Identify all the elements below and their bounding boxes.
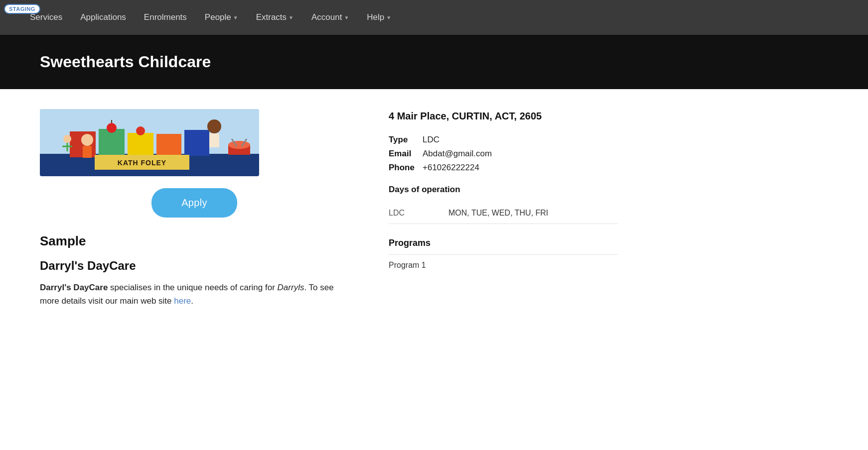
email-value: Abdat@gmail.com	[423, 149, 492, 159]
email-label: Email	[389, 149, 419, 159]
svg-rect-8	[156, 134, 181, 156]
left-column: KATH FOLEY Apply Sample Darryl's DayCare…	[40, 109, 349, 308]
days-type-cell: LDC	[389, 203, 448, 224]
program-item: Program 1	[389, 254, 618, 276]
chevron-down-icon: ▼	[289, 15, 293, 20]
svg-point-14	[228, 141, 250, 149]
email-row: Email Abdat@gmail.com	[389, 149, 618, 159]
right-column: 4 Mair Place, CURTIN, ACT, 2605 Type LDC…	[389, 109, 618, 308]
nav-people[interactable]: People ▼	[205, 12, 238, 22]
programs-list: Program 1	[389, 254, 618, 276]
description-end: .	[191, 296, 193, 306]
service-info-grid: Type LDC Email Abdat@gmail.com Phone +61…	[389, 135, 618, 173]
svg-point-4	[107, 123, 117, 133]
days-table: LDCMON, TUE, WED, THU, FRI	[389, 203, 618, 224]
phone-value: +61026222224	[423, 163, 479, 173]
phone-label: Phone	[389, 163, 419, 173]
svg-point-10	[207, 119, 221, 133]
service-illustration: KATH FOLEY	[40, 109, 259, 176]
type-row: Type LDC	[389, 135, 618, 145]
table-row: LDCMON, TUE, WED, THU, FRI	[389, 203, 618, 224]
svg-point-19	[63, 135, 71, 143]
main-content: KATH FOLEY Apply Sample Darryl's DayCare…	[0, 89, 868, 328]
page-title: Sweethearts Childcare	[40, 53, 828, 71]
svg-point-7	[136, 126, 145, 135]
chevron-down-icon: ▼	[233, 15, 238, 20]
apply-button[interactable]: Apply	[151, 188, 237, 218]
programs-section: Programs Program 1	[389, 238, 618, 276]
hero-banner: Sweethearts Childcare	[0, 35, 868, 89]
service-image: KATH FOLEY	[40, 109, 259, 176]
nav-help[interactable]: Help ▼	[367, 12, 391, 22]
svg-rect-18	[83, 146, 92, 158]
description-bold: Darryl's DayCare	[40, 283, 108, 292]
days-label: Days of operation	[389, 185, 618, 195]
service-name: Darryl's DayCare	[40, 259, 349, 273]
nav-applications[interactable]: Applications	[80, 12, 126, 22]
type-label: Type	[389, 135, 419, 145]
programs-title: Programs	[389, 238, 618, 248]
chevron-down-icon: ▼	[386, 15, 391, 20]
svg-point-17	[81, 134, 93, 146]
nav-extracts[interactable]: Extracts ▼	[256, 12, 293, 22]
description-italic: Darryls	[278, 283, 304, 292]
svg-text:KATH FOLEY: KATH FOLEY	[118, 159, 166, 167]
section-label: Sample	[40, 233, 349, 249]
nav-account[interactable]: Account ▼	[311, 12, 349, 22]
days-value-cell: MON, TUE, WED, THU, FRI	[448, 203, 618, 224]
description-text: specialises in the unique needs of carin…	[108, 283, 277, 292]
staging-badge: STAGING	[4, 4, 40, 14]
phone-row: Phone +61026222224	[389, 163, 618, 173]
svg-rect-9	[184, 130, 209, 156]
description-link[interactable]: here	[174, 296, 191, 306]
main-nav: Services Applications Enrolments People …	[0, 0, 868, 35]
service-address: 4 Mair Place, CURTIN, ACT, 2605	[389, 109, 618, 123]
svg-rect-6	[128, 133, 153, 156]
svg-rect-11	[209, 133, 219, 147]
chevron-down-icon: ▼	[344, 15, 349, 20]
type-value: LDC	[423, 135, 439, 145]
apply-button-container: Apply	[40, 188, 349, 218]
nav-enrolments[interactable]: Enrolments	[144, 12, 187, 22]
service-description: Darryl's DayCare specialises in the uniq…	[40, 281, 349, 308]
nav-services[interactable]: Services	[30, 12, 62, 22]
